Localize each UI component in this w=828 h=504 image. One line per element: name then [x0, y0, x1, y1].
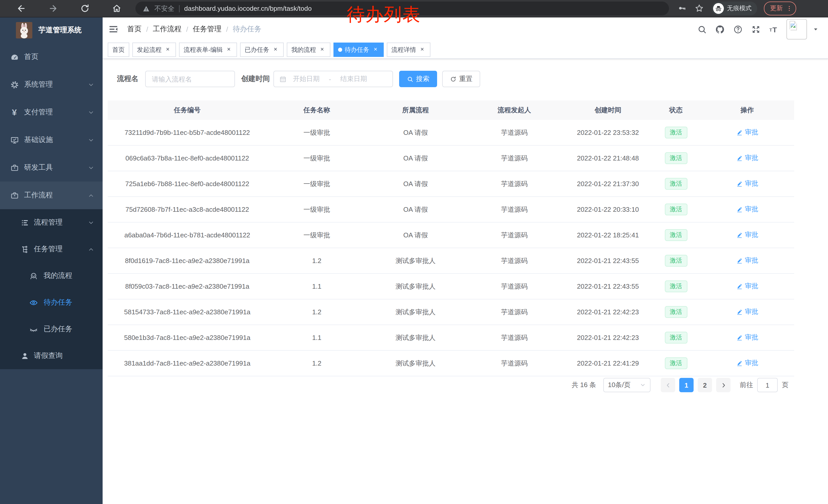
goto-page-input[interactable] — [757, 378, 778, 392]
reset-button[interactable]: 重置 — [442, 71, 480, 87]
sidebar-item-process-management[interactable]: 流程管理 — [0, 209, 102, 236]
cell-action: 审批 — [700, 171, 794, 197]
cell-action: 审批 — [700, 145, 794, 171]
sidebar-item-leave-query[interactable]: 请假查询 — [0, 342, 102, 369]
cell-process: OA 请假 — [367, 171, 464, 197]
hamburger-icon[interactable] — [107, 22, 120, 36]
table-row: 8f0d1619-7ac8-11ec-a9e2-a2380e71991a1.2测… — [108, 248, 794, 274]
cell-name: 1.2 — [267, 299, 367, 325]
prev-page-button[interactable] — [661, 378, 675, 392]
range-separator: - — [329, 75, 331, 83]
tab-我的流程[interactable]: 我的流程× — [287, 43, 330, 57]
sidebar-item-done-task[interactable]: 已办任务 — [0, 316, 102, 342]
address-divider — [179, 5, 179, 12]
close-icon[interactable]: × — [164, 46, 171, 53]
table-row: 725a1eb6-7b88-11ec-8ef0-acde48001122一级审批… — [108, 171, 794, 197]
page-size-select[interactable]: 10条/页 — [603, 378, 651, 392]
back-icon[interactable] — [5, 2, 37, 15]
sidebar-item-payment-management[interactable]: ¥支付管理 — [0, 98, 102, 126]
key-icon[interactable] — [678, 3, 688, 13]
fullscreen-icon[interactable] — [750, 24, 761, 35]
approve-link[interactable]: 审批 — [736, 256, 758, 265]
tab-首页[interactable]: 首页 — [108, 43, 129, 57]
close-icon[interactable]: × — [272, 46, 279, 53]
cell-process: OA 请假 — [367, 120, 464, 145]
close-icon[interactable]: × — [372, 46, 379, 53]
gear-icon — [10, 80, 19, 89]
home-icon[interactable] — [100, 2, 132, 15]
sidebar-logo-row[interactable]: 芋道管理系统 — [0, 17, 102, 43]
approve-link[interactable]: 审批 — [736, 179, 758, 188]
sidebar-item-my-process[interactable]: 我的流程 — [0, 263, 102, 289]
forward-icon[interactable] — [37, 2, 69, 15]
sidebar-item-task-management[interactable]: 任务管理 — [0, 236, 102, 263]
edit-pen-icon — [736, 360, 743, 367]
date-range-input[interactable]: 开始日期 - 结束日期 — [274, 71, 393, 87]
status-badge: 激活 — [665, 331, 687, 343]
update-button[interactable]: 更新 — [764, 2, 796, 15]
cell-time: 2022-01-22 20:33:10 — [564, 197, 652, 222]
process-name-input[interactable] — [145, 71, 235, 87]
table-row: 75d72608-7b7f-11ec-a3c8-acde48001122一级审批… — [108, 197, 794, 222]
next-page-button[interactable] — [716, 378, 731, 392]
tab-发起流程[interactable]: 发起流程× — [132, 43, 176, 57]
close-icon[interactable]: × — [319, 46, 326, 53]
font-size-icon[interactable]: TT — [769, 24, 779, 35]
cell-id: 725a1eb6-7b88-11ec-8ef0-acde48001122 — [108, 171, 267, 197]
avatar[interactable] — [786, 19, 807, 40]
chevron-down-icon — [88, 164, 94, 171]
sidebar-item-home[interactable]: 首页 — [0, 43, 102, 71]
github-icon[interactable] — [715, 24, 726, 35]
approve-link[interactable]: 审批 — [736, 333, 758, 342]
kebab-menu-icon[interactable] — [786, 5, 793, 12]
star-icon[interactable] — [695, 3, 705, 13]
cell-starter: 芋道源码 — [464, 274, 564, 299]
breadcrumb-item[interactable]: 工作流程 — [153, 25, 181, 34]
approve-link[interactable]: 审批 — [736, 307, 758, 317]
breadcrumb-item[interactable]: 任务管理 — [193, 25, 222, 34]
status-badge: 激活 — [665, 255, 687, 267]
page-button-1[interactable]: 1 — [679, 378, 694, 392]
cell-status: 激活 — [652, 299, 700, 325]
cell-time: 2022-01-22 18:25:41 — [564, 222, 652, 248]
sidebar-item-workflow[interactable]: 工作流程 — [0, 182, 102, 209]
main-content: 流程名 创建时间 开始日期 - 结束日期 搜索 重置 任务 — [102, 59, 828, 504]
table-row: 580e1b3d-7ac8-11ec-a9e2-a2380e71991a1.1测… — [108, 325, 794, 351]
url-text: dashboard.yudao.iocoder.cn/bpm/task/todo — [184, 5, 312, 12]
sidebar-item-label: 研发工具 — [24, 163, 53, 172]
cell-id: 58154733-7ac8-11ec-a9e2-a2380e71991a — [108, 299, 267, 325]
tab-label: 发起流程 — [137, 45, 162, 54]
incognito-badge: 无痕模式 — [711, 2, 757, 15]
page-button-2[interactable]: 2 — [698, 378, 712, 392]
sidebar-item-infrastructure[interactable]: 基础设施 — [0, 126, 102, 154]
approve-link[interactable]: 审批 — [736, 153, 758, 163]
address-bar[interactable]: 不安全 dashboard.yudao.iocoder.cn/bpm/task/… — [135, 2, 669, 15]
approve-link[interactable]: 审批 — [736, 128, 758, 137]
approve-link[interactable]: 审批 — [736, 205, 758, 214]
reload-icon[interactable] — [69, 2, 100, 15]
sidebar-item-label: 待办任务 — [44, 298, 72, 307]
cell-name: 一级审批 — [267, 145, 367, 171]
close-icon[interactable]: × — [419, 46, 426, 53]
tab-待办任务[interactable]: 待办任务× — [333, 43, 384, 57]
active-dot-icon — [338, 48, 342, 52]
sidebar-item-label: 请假查询 — [34, 351, 63, 360]
search-button[interactable]: 搜索 — [399, 71, 437, 87]
help-icon[interactable] — [733, 24, 743, 35]
close-icon[interactable]: × — [225, 46, 233, 53]
tab-已办任务[interactable]: 已办任务× — [240, 43, 284, 57]
table-row: 069c6a63-7b8a-11ec-8ef0-acde48001122一级审批… — [108, 145, 794, 171]
tab-流程详情[interactable]: 流程详情× — [387, 43, 430, 57]
sidebar-item-todo-task[interactable]: 待办任务 — [0, 289, 102, 316]
approve-link[interactable]: 审批 — [736, 230, 758, 240]
approve-link[interactable]: 审批 — [736, 282, 758, 291]
caret-down-icon[interactable] — [813, 26, 819, 32]
tab-流程表单-编辑[interactable]: 流程表单-编辑× — [179, 43, 237, 57]
search-icon[interactable] — [697, 24, 707, 35]
approve-link[interactable]: 审批 — [736, 359, 758, 368]
breadcrumb-item[interactable]: 首页 — [127, 25, 141, 34]
breadcrumb-separator: / — [226, 25, 228, 33]
app-root: 不安全 dashboard.yudao.iocoder.cn/bpm/task/… — [0, 0, 828, 504]
sidebar-item-system-management[interactable]: 系统管理 — [0, 71, 102, 98]
sidebar-item-dev-tools[interactable]: 研发工具 — [0, 154, 102, 182]
